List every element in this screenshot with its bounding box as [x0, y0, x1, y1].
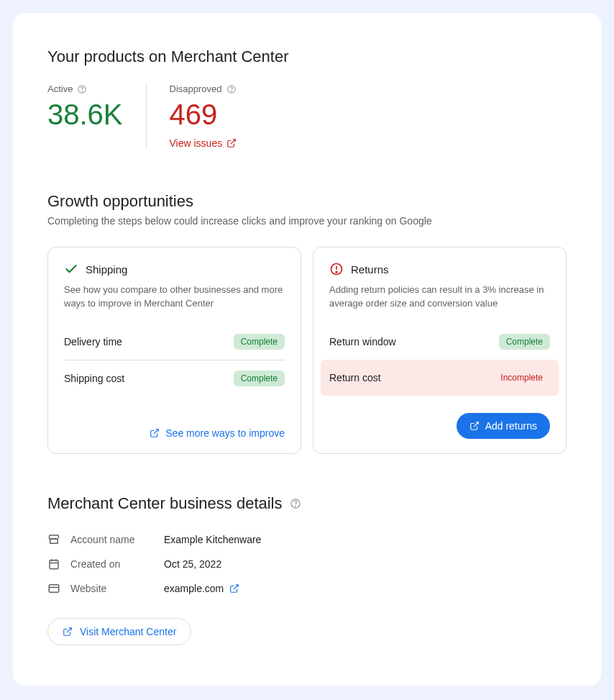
status-badge: Incomplete	[493, 370, 550, 386]
calendar-icon	[47, 558, 60, 571]
disapproved-label: Disapproved	[170, 83, 222, 94]
shipping-footer: See more ways to improve	[64, 410, 285, 439]
return-cost-label: Return cost	[329, 372, 381, 383]
returns-title: Returns	[351, 263, 389, 276]
external-link-icon	[150, 428, 160, 438]
growth-description: Completing the steps below could increas…	[47, 215, 567, 227]
alert-icon	[329, 262, 344, 276]
external-link-icon	[469, 421, 480, 431]
help-icon[interactable]	[77, 84, 87, 94]
growth-title: Growth opportunities	[47, 192, 567, 211]
status-badge: Complete	[234, 371, 285, 386]
returns-footer: Add returns	[329, 396, 550, 439]
see-more-ways-link[interactable]: See more ways to improve	[150, 427, 285, 439]
external-link-icon	[63, 627, 73, 637]
active-label: Active	[47, 83, 73, 94]
created-label: Created on	[70, 558, 164, 570]
svg-point-3	[231, 91, 232, 91]
help-icon[interactable]	[226, 84, 237, 94]
svg-line-18	[234, 584, 238, 588]
created-on-row: Created on Oct 25, 2022	[47, 552, 567, 576]
website-link[interactable]: example.com	[164, 583, 239, 594]
disapproved-label-row: Disapproved	[170, 83, 237, 94]
return-cost-row: Return cost Incomplete	[321, 360, 559, 396]
created-value: Oct 25, 2022	[164, 558, 221, 570]
svg-rect-16	[49, 584, 59, 592]
website-value: example.com	[164, 583, 224, 594]
returns-description: Adding return policies can result in a 3…	[329, 283, 550, 311]
details-title: Merchant Center business details	[47, 494, 283, 513]
return-window-label: Return window	[329, 336, 396, 347]
svg-point-8	[336, 271, 337, 273]
help-icon[interactable]	[290, 498, 301, 509]
shipping-cost-row: Shipping cost Complete	[64, 360, 285, 396]
opportunity-cards: Shipping See how you compare to other bu…	[47, 247, 567, 454]
svg-rect-12	[50, 560, 58, 568]
svg-line-19	[67, 627, 71, 632]
checkmark-icon	[64, 262, 78, 276]
disapproved-stat: Disapproved 469 View issues	[146, 83, 260, 149]
delivery-time-label: Delivery time	[64, 336, 122, 347]
svg-point-1	[82, 91, 83, 91]
status-badge: Complete	[499, 334, 550, 350]
account-label: Account name	[70, 534, 164, 545]
disapproved-value: 469	[170, 99, 237, 130]
external-link-icon	[229, 583, 239, 594]
add-returns-button[interactable]: Add returns	[457, 413, 550, 439]
shipping-title: Shipping	[86, 263, 127, 276]
visit-label: Visit Merchant Center	[80, 626, 176, 637]
returns-card: Returns Adding return policies can resul…	[313, 247, 567, 454]
svg-line-4	[231, 140, 235, 144]
products-section: Your products on Merchant Center Active …	[47, 47, 567, 149]
business-details-section: Merchant Center business details Account…	[47, 494, 567, 645]
details-title-row: Merchant Center business details	[47, 494, 567, 513]
shipping-description: See how you compare to other businesses …	[64, 283, 285, 311]
svg-line-5	[154, 429, 158, 433]
products-title: Your products on Merchant Center	[47, 47, 567, 66]
website-icon	[47, 582, 60, 595]
external-link-icon	[226, 138, 237, 148]
visit-merchant-center-button[interactable]: Visit Merchant Center	[47, 618, 191, 645]
active-label-row: Active	[47, 83, 123, 94]
see-more-label: See more ways to improve	[165, 427, 285, 439]
website-row: Website example.com	[47, 576, 567, 601]
shipping-card: Shipping See how you compare to other bu…	[47, 247, 301, 454]
stats-row: Active 38.6K Disapproved 469 View issues	[47, 83, 567, 149]
active-value: 38.6K	[47, 99, 123, 130]
add-returns-label: Add returns	[485, 420, 537, 432]
svg-point-11	[295, 506, 295, 506]
status-badge: Complete	[234, 334, 285, 350]
account-value: Example Kitchenware	[164, 534, 261, 545]
return-window-row: Return window Complete	[329, 324, 550, 360]
delivery-time-row: Delivery time Complete	[64, 324, 285, 360]
merchant-center-card: Your products on Merchant Center Active …	[13, 13, 601, 686]
view-issues-label: View issues	[170, 137, 223, 149]
shipping-cost-label: Shipping cost	[64, 373, 124, 384]
account-name-row: Account name Example Kitchenware	[47, 527, 567, 552]
shipping-header: Shipping	[64, 262, 285, 276]
storefront-icon	[47, 533, 60, 546]
growth-section: Growth opportunities Completing the step…	[47, 192, 567, 454]
view-issues-link[interactable]: View issues	[170, 137, 237, 149]
returns-header: Returns	[329, 262, 550, 276]
website-label: Website	[70, 583, 164, 594]
svg-line-9	[473, 422, 477, 426]
active-stat: Active 38.6K	[47, 83, 146, 149]
